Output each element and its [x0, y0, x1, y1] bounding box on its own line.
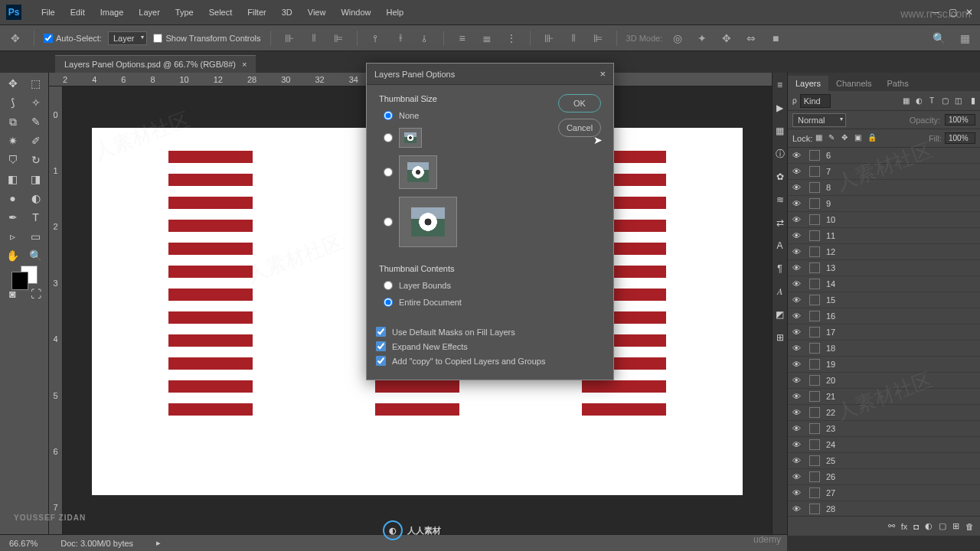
visibility-icon[interactable]: 👁: [792, 376, 803, 385]
layer-row[interactable]: 👁6: [788, 148, 980, 164]
align-left-icon[interactable]: ⊪: [280, 29, 299, 47]
auto-select-dropdown[interactable]: Layer: [108, 31, 148, 45]
tab-layers[interactable]: Layers: [788, 76, 828, 91]
layer-row[interactable]: 👁13: [788, 260, 980, 276]
ok-button[interactable]: OK: [558, 94, 601, 112]
3d-pan-icon[interactable]: ✥: [717, 29, 736, 47]
auto-select-checkbox[interactable]: [44, 34, 53, 43]
thumb-none-radio[interactable]: [384, 111, 393, 120]
layer-row[interactable]: 👁23: [788, 421, 980, 437]
layer-row[interactable]: 👁24: [788, 437, 980, 453]
layer-row[interactable]: 👁27: [788, 485, 980, 501]
align-top-icon[interactable]: ⫯: [367, 29, 385, 47]
layer-row[interactable]: 👁7: [788, 164, 980, 180]
distribute-h3-icon[interactable]: ⋮: [502, 29, 521, 47]
visibility-icon[interactable]: 👁: [792, 199, 803, 208]
distribute-v3-icon[interactable]: ⊫: [589, 29, 607, 47]
visibility-icon[interactable]: 👁: [792, 424, 803, 433]
visibility-icon[interactable]: 👁: [792, 440, 803, 449]
3d-roll-icon[interactable]: ✦: [693, 29, 711, 47]
3d-orbit-icon[interactable]: ◎: [668, 29, 687, 47]
menu-3d[interactable]: 3D: [274, 8, 300, 17]
lock-pixels-icon[interactable]: ✎: [828, 133, 839, 144]
blend-mode-dropdown[interactable]: Normal: [792, 113, 846, 127]
filter-adjust-icon[interactable]: ◐: [913, 96, 924, 106]
visibility-icon[interactable]: 👁: [792, 328, 803, 337]
visibility-icon[interactable]: 👁: [792, 392, 803, 401]
panel-nav-icon[interactable]: ◩: [774, 308, 786, 321]
lasso-tool-icon[interactable]: ⟆: [2, 93, 24, 112]
menu-image[interactable]: Image: [93, 8, 132, 17]
layer-row[interactable]: 👁15: [788, 292, 980, 308]
lock-position-icon[interactable]: ✥: [841, 133, 852, 144]
document-tab[interactable]: Layers Panel Options.psd @ 66.7% (RGB/8#…: [55, 55, 256, 73]
blur-tool-icon[interactable]: ●: [2, 189, 24, 207]
zoom-tool-icon[interactable]: 🔍: [24, 246, 47, 265]
wand-tool-icon[interactable]: ✧: [24, 93, 47, 112]
panel-grid-icon[interactable]: ⊞: [774, 331, 786, 344]
distribute-h2-icon[interactable]: ≣: [478, 29, 496, 47]
3d-zoom-icon[interactable]: ■: [766, 29, 785, 47]
align-vcenter-icon[interactable]: ⫲: [391, 29, 410, 47]
hand-tool-icon[interactable]: ✋: [2, 246, 24, 265]
dialog-close-icon[interactable]: ×: [599, 68, 606, 80]
layers-list[interactable]: 👁6👁7👁8👁9👁10👁11👁12👁13👁14👁15👁16👁17👁18👁19👁2…: [788, 148, 980, 516]
doc-info[interactable]: Doc: 3.00M/0 bytes: [60, 539, 133, 548]
visibility-icon[interactable]: 👁: [792, 263, 803, 272]
add-copy-checkbox[interactable]: [376, 356, 386, 366]
visibility-icon[interactable]: 👁: [792, 247, 803, 256]
menu-view[interactable]: View: [300, 8, 334, 17]
move-tool-icon[interactable]: ✥: [2, 74, 24, 93]
menu-file[interactable]: File: [34, 8, 63, 17]
type-tool-icon[interactable]: T: [24, 208, 47, 227]
menu-select[interactable]: Select: [201, 8, 240, 17]
use-default-masks-checkbox[interactable]: [376, 327, 386, 337]
visibility-icon[interactable]: 👁: [792, 311, 803, 321]
layer-fx-icon[interactable]: fx: [901, 522, 908, 531]
delete-layer-icon[interactable]: 🗑: [965, 522, 974, 531]
layer-row[interactable]: 👁14: [788, 276, 980, 292]
gradient-tool-icon[interactable]: ◨: [24, 170, 47, 188]
color-swatches[interactable]: [2, 266, 47, 284]
menu-type[interactable]: Type: [168, 8, 201, 17]
expand-new-effects-checkbox[interactable]: [376, 341, 386, 351]
menu-filter[interactable]: Filter: [240, 8, 273, 17]
layer-row[interactable]: 👁10: [788, 212, 980, 228]
eyedropper-tool-icon[interactable]: ✎: [24, 112, 47, 131]
layer-row[interactable]: 👁16: [788, 308, 980, 324]
opacity-input[interactable]: 100%: [945, 114, 975, 126]
search-icon[interactable]: 🔍: [929, 29, 948, 47]
foreground-color[interactable]: [11, 272, 28, 290]
stamp-tool-icon[interactable]: ⛉: [2, 151, 24, 169]
status-arrow-icon[interactable]: ▸: [156, 538, 161, 548]
pen-tool-icon[interactable]: ✒: [2, 208, 24, 227]
entire-document-radio[interactable]: [384, 298, 393, 307]
align-center-icon[interactable]: ⫴: [305, 29, 323, 47]
3d-slide-icon[interactable]: ⇔: [742, 29, 760, 47]
panel-char-icon[interactable]: A: [774, 240, 786, 252]
tab-channels[interactable]: Channels: [828, 76, 879, 91]
thumb-small-radio[interactable]: [384, 133, 393, 142]
visibility-icon[interactable]: 👁: [792, 472, 803, 481]
visibility-icon[interactable]: 👁: [792, 167, 803, 176]
eraser-tool-icon[interactable]: ◧: [2, 170, 24, 188]
layer-row[interactable]: 👁25: [788, 453, 980, 469]
layer-row[interactable]: 👁11: [788, 228, 980, 244]
filter-kind-input[interactable]: [800, 94, 831, 108]
crop-tool-icon[interactable]: ⧉: [2, 112, 24, 131]
layer-row[interactable]: 👁17: [788, 324, 980, 341]
layer-group-icon[interactable]: ▢: [939, 521, 946, 531]
layer-row[interactable]: 👁28: [788, 501, 980, 516]
layer-row[interactable]: 👁19: [788, 357, 980, 373]
layer-row[interactable]: 👁21: [788, 389, 980, 405]
panel-brushes-icon[interactable]: ✿: [774, 171, 786, 183]
lock-all-icon[interactable]: 🔒: [867, 133, 878, 144]
panel-para-icon[interactable]: ¶: [774, 262, 786, 275]
brush-tool-icon[interactable]: ✐: [24, 132, 47, 150]
filter-smart-icon[interactable]: ◫: [952, 96, 963, 106]
adjustment-layer-icon[interactable]: ◐: [925, 521, 933, 531]
thumb-large-radio[interactable]: [384, 217, 393, 227]
new-layer-icon[interactable]: ⊞: [952, 521, 959, 531]
tab-close-icon[interactable]: ×: [242, 60, 247, 69]
filter-shape-icon[interactable]: ▢: [939, 96, 950, 106]
